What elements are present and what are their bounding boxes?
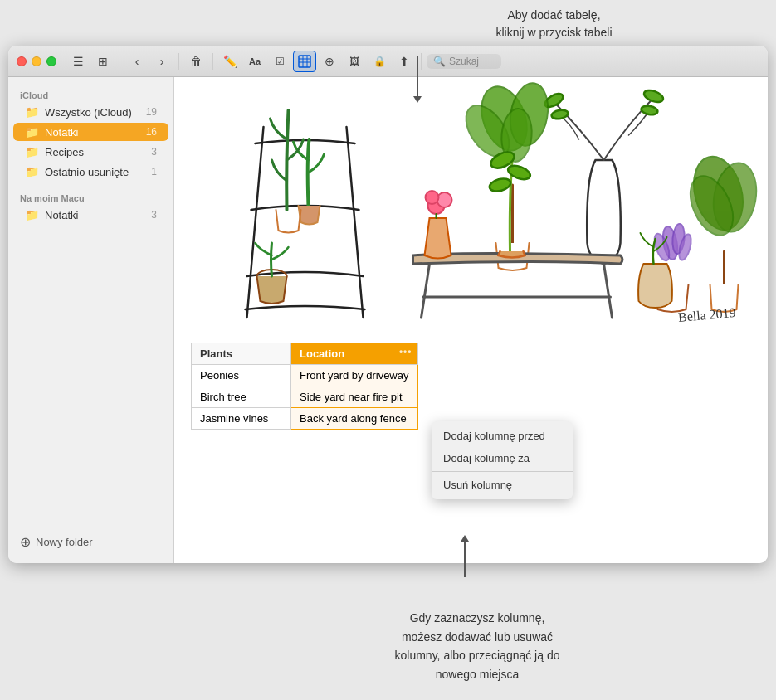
svg-point-23 (426, 191, 439, 204)
checklist-button[interactable]: ☑ (268, 51, 291, 72)
plants-col-header: Plants (192, 343, 291, 365)
content-area: iCloud 📁 Wszystko (iCloud) 19 📁 Notatki … (8, 77, 768, 563)
sidebar-item-count: 19 (146, 106, 157, 118)
location-cell: Front yard by driveway (291, 365, 418, 386)
sidebar-item-label: Notatki (45, 126, 78, 139)
plus-icon: ⊕ (20, 534, 31, 550)
share-button[interactable]: ⬆ (393, 51, 416, 72)
grid-view-button[interactable]: ⊞ (91, 51, 115, 72)
table-row: Birch tree Side yard near fire pit (192, 386, 418, 408)
sidebar-divider (8, 182, 173, 188)
list-view-button[interactable]: ☰ (66, 51, 90, 72)
icloud-section-label: iCloud (8, 85, 173, 102)
arrow-bottom (464, 540, 466, 577)
annotation-bottom-line2: możesz dodawać lub usuwać (402, 630, 553, 644)
folder-icon: 📁 (25, 208, 39, 221)
delete-column-item[interactable]: Usuń kolumnę (432, 474, 573, 496)
sidebar: iCloud 📁 Wszystko (iCloud) 19 📁 Notatki … (8, 77, 174, 563)
search-placeholder: Szukaj (449, 56, 479, 67)
toolbar-sep-4 (421, 53, 422, 70)
location-col-header: Location ••• (291, 343, 418, 365)
folder-icon: 📁 (25, 165, 39, 178)
annotation-bottom-line1: Gdy zaznaczysz kolumnę, (410, 611, 545, 625)
lock-button[interactable]: 🔒 (368, 51, 391, 72)
arrow-top (417, 56, 418, 98)
search-field[interactable]: 🔍 Szukaj (427, 54, 501, 69)
annotation-top-line1: Aby dodać tabelę, (507, 8, 600, 22)
plant-cell: Birch tree (192, 386, 291, 408)
sidebar-item-notatki[interactable]: 📁 Notatki 16 (13, 123, 168, 141)
sidebar-item-recipes[interactable]: 📁 Recipes 3 (13, 143, 168, 161)
photo-button[interactable]: 🖼 (343, 51, 366, 72)
notes-window: ☰ ⊞ ‹ › 🗑 ✏️ Aa ☑ (8, 46, 768, 563)
annotation-bottom: Gdy zaznaczysz kolumnę, możesz dodawać l… (178, 609, 776, 683)
forward-button[interactable]: › (150, 51, 173, 72)
svg-point-22 (437, 192, 452, 207)
text-format-button[interactable]: Aa (243, 51, 266, 72)
column-menu-dots[interactable]: ••• (399, 346, 412, 357)
context-menu-divider (432, 471, 573, 472)
plant-sketch: Bella 2019 (174, 77, 768, 334)
close-button[interactable] (17, 56, 27, 66)
plant-cell: Peonies (192, 365, 291, 386)
sidebar-item-all-icloud[interactable]: 📁 Wszystko (iCloud) 19 (13, 103, 168, 121)
sidebar-item-count: 3 (151, 146, 157, 158)
annotation-bottom-line3: kolumny, albo przeciągnąć ją do (395, 649, 560, 662)
compose-button[interactable]: ✏️ (218, 51, 242, 72)
folder-icon: 📁 (25, 105, 39, 119)
delete-button[interactable]: 🗑 (184, 51, 207, 72)
context-menu: Dodaj kolumnę przed Dodaj kolumnę za Usu… (432, 421, 573, 499)
minimize-button[interactable] (32, 56, 41, 66)
new-folder-button[interactable]: ⊕ Nowy folder (8, 529, 173, 555)
toolbar-sep-3 (212, 53, 213, 70)
location-cell: Back yard along fence (291, 408, 418, 430)
add-column-after-item[interactable]: Dodaj kolumnę za (432, 447, 573, 469)
annotation-bottom-line4: nowego miejsca (436, 668, 519, 681)
search-icon: 🔍 (433, 56, 446, 67)
svg-rect-0 (299, 56, 310, 67)
plant-cell: Jasmine vines (192, 408, 291, 430)
sidebar-item-label: Notatki (45, 209, 78, 221)
toolbar: ☰ ⊞ ‹ › 🗑 ✏️ Aa ☑ (66, 51, 759, 72)
location-cell: Side yard near fire pit (291, 386, 418, 408)
table-button[interactable] (293, 51, 316, 72)
sidebar-item-label: Wszystko (iCloud) (45, 106, 132, 119)
folder-icon: 📁 (25, 125, 39, 139)
toolbar-sep-2 (178, 53, 179, 70)
sidebar-item-mac-notatki[interactable]: 📁 Notatki 3 (13, 206, 168, 224)
annotation-top: Aby dodać tabelę, kliknij w przycisk tab… (332, 7, 776, 41)
annotation-top-line2: kliknij w przycisk tabeli (495, 26, 612, 39)
new-folder-label: Nowy folder (36, 536, 93, 548)
traffic-lights (17, 56, 56, 66)
sidebar-item-recently-deleted[interactable]: 📁 Ostatnio usunięte 1 (13, 163, 168, 181)
table-row: Peonies Front yard by driveway (192, 365, 418, 386)
sidebar-item-count: 3 (151, 209, 157, 221)
sidebar-item-count: 16 (146, 126, 157, 138)
location-header-text: Location (300, 348, 344, 360)
toolbar-sep-1 (120, 53, 120, 70)
mac-section-label: Na moim Macu (8, 188, 173, 205)
folder-icon: 📁 (25, 145, 39, 158)
titlebar: ☰ ⊞ ‹ › 🗑 ✏️ Aa ☑ (8, 46, 768, 77)
tag-button[interactable]: ⊕ (318, 51, 341, 72)
table-row: Jasmine vines Back yard along fence (192, 408, 418, 430)
add-column-before-item[interactable]: Dodaj kolumnę przed (432, 425, 573, 447)
sidebar-item-count: 1 (151, 166, 157, 177)
fullscreen-button[interactable] (46, 56, 56, 66)
sidebar-item-label: Ostatnio usunięte (45, 166, 129, 178)
back-button[interactable]: ‹ (125, 51, 149, 72)
sidebar-item-label: Recipes (45, 146, 84, 158)
sketch-area: Bella 2019 (174, 77, 768, 334)
plants-table: Plants Location ••• Peonies Front yard b… (191, 343, 418, 430)
